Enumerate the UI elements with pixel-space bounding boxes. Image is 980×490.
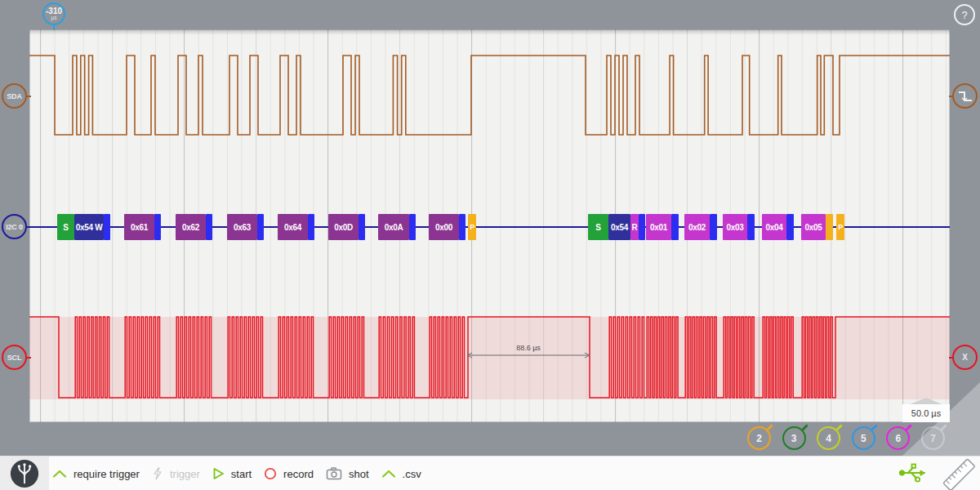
csv-label: .csv <box>403 468 421 480</box>
i2c-stub <box>27 226 31 228</box>
falling-edge-icon <box>957 88 973 105</box>
i2c-decode-segment-0x61: 0x61 <box>124 214 154 240</box>
capture-slot-7[interactable]: 7 <box>921 426 945 450</box>
bottom-toolbar: require trigger trigger start record <box>0 456 980 490</box>
i2c-decode-segment-0x0a: 0x0A <box>378 214 409 240</box>
i2c-decode-segment-p: P <box>468 214 476 240</box>
i2c-decode-segment <box>671 214 679 240</box>
i2c-decode-segment <box>257 214 264 240</box>
i2c-decode-segment <box>747 214 755 240</box>
capture-slot-4[interactable]: 4 <box>817 426 840 450</box>
i2c-decode-segment-p: P <box>836 214 844 240</box>
i2c-decode-segment-s: S <box>588 214 608 240</box>
record-circle-icon <box>264 467 277 480</box>
time-cursor-marker[interactable]: -310 µs <box>42 2 65 25</box>
i2c-decode-segment-0x05: 0x05 <box>801 214 826 240</box>
i2c-decode-segment <box>206 214 212 240</box>
channel-button-scl[interactable]: SCL <box>2 345 27 370</box>
scl-stub <box>27 357 31 359</box>
capture-slot-6[interactable]: 6 <box>886 426 910 450</box>
logic-analyzer-app: 88.6 µs S0x54 W0x610x620x630x640x0D0x0A0… <box>0 0 980 490</box>
chevron-up-icon <box>381 469 396 479</box>
i2c-decode-segment-0x62: 0x62 <box>176 214 206 240</box>
timebase-indicator[interactable]: 50.0 µs <box>902 404 950 422</box>
scl-trigger-dont-care-button[interactable]: X <box>952 345 978 370</box>
capture-slot-notch <box>836 424 843 430</box>
i2c-decode-segment <box>154 214 161 240</box>
i2c-decode-segment <box>459 214 466 240</box>
help-button[interactable]: ? <box>954 4 975 25</box>
export-csv-button[interactable]: .csv <box>381 468 421 480</box>
require-trigger-button[interactable]: require trigger <box>52 468 140 480</box>
app-logo-icon <box>9 458 40 489</box>
capture-slot-notch <box>801 424 808 430</box>
app-logo-button[interactable] <box>0 457 49 490</box>
i2c-decode-segment-0x64: 0x64 <box>278 214 308 240</box>
i2c-decode-segment <box>409 214 416 240</box>
capture-slot-notch <box>940 424 947 430</box>
record-button[interactable]: record <box>264 467 314 480</box>
chevron-up-icon <box>52 469 67 479</box>
marker-stem <box>53 24 55 30</box>
channel-button-i2c[interactable]: I2C 0 <box>2 214 27 239</box>
start-label: start <box>231 468 252 480</box>
shot-label: shot <box>349 468 369 480</box>
i2c-decode-segment <box>104 214 110 240</box>
i2c-decode-segment-0x00: 0x00 <box>429 214 459 240</box>
start-button[interactable]: start <box>212 467 252 480</box>
capture-slot-notch <box>906 424 912 430</box>
camera-icon <box>326 467 342 480</box>
i2c-decode-segment <box>710 214 717 240</box>
i2c-decode-segment-r: R <box>630 214 639 240</box>
trigger-label: trigger <box>170 468 200 480</box>
i2c-decode-segment-0x0d: 0x0D <box>328 214 359 240</box>
channel-button-sda[interactable]: SDA <box>2 83 27 109</box>
scl-right-stub <box>949 357 953 359</box>
i2c-decode-segment-s: S <box>57 214 74 240</box>
capture-slot-notch <box>766 424 773 430</box>
i2c-decode-segment-0x02: 0x02 <box>684 214 710 240</box>
toolbar-items: require trigger trigger start record <box>52 457 421 490</box>
require-trigger-label: require trigger <box>74 468 140 480</box>
ruler-tool-button[interactable] <box>939 455 978 490</box>
capture-slot-notch <box>871 424 877 430</box>
sda-stub <box>27 96 31 97</box>
lightning-icon <box>152 467 163 480</box>
usb-icon <box>898 460 929 486</box>
ruler-icon <box>939 455 978 490</box>
i2c-decode-segment <box>826 214 833 240</box>
sda-right-stub <box>949 96 953 97</box>
sda-trigger-falling-edge-button[interactable] <box>952 83 978 109</box>
time-cursor-unit: µs <box>51 16 57 21</box>
record-label: record <box>283 468 314 480</box>
capture-slot-2[interactable]: 2 <box>747 426 771 450</box>
i2c-decode-segment <box>639 214 645 240</box>
i2c-decode-segment-0x63: 0x63 <box>227 214 257 240</box>
i2c-decode-segment-0x03: 0x03 <box>723 214 747 240</box>
i2c-decode-segment-0x54: 0x54 <box>608 214 630 240</box>
i2c-decode-segment-0x54-w: 0x54 W <box>74 214 104 240</box>
play-icon <box>212 467 225 480</box>
i2c-decode-segment <box>786 214 794 240</box>
i2c-decode-segment-0x01: 0x01 <box>646 214 671 240</box>
shot-button[interactable]: shot <box>326 467 369 480</box>
i2c-decode-segment <box>308 214 314 240</box>
i2c-decode-segment <box>359 214 365 240</box>
usb-device-button[interactable] <box>898 460 929 489</box>
trigger-button[interactable]: trigger <box>152 467 200 480</box>
capture-slot-3[interactable]: 3 <box>782 426 806 450</box>
i2c-decode-segment-0x04: 0x04 <box>762 214 786 240</box>
capture-slot-5[interactable]: 5 <box>852 426 875 450</box>
